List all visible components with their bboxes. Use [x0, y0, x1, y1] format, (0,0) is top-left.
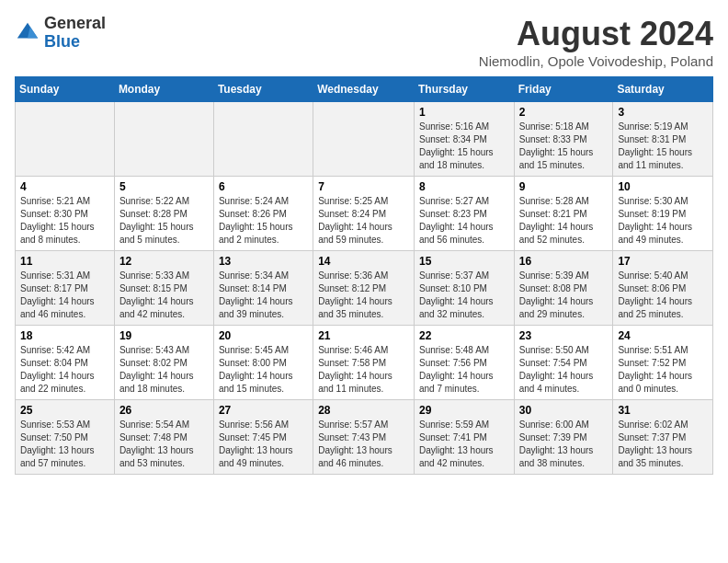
- day-number: 1: [419, 106, 509, 119]
- day-cell: 16Sunrise: 5:39 AM Sunset: 8:08 PM Dayli…: [514, 251, 613, 326]
- day-cell: 6Sunrise: 5:24 AM Sunset: 8:26 PM Daylig…: [213, 177, 313, 251]
- day-number: 16: [519, 255, 609, 268]
- week-row: 11Sunrise: 5:31 AM Sunset: 8:17 PM Dayli…: [16, 251, 713, 326]
- day-info: Sunrise: 5:21 AM Sunset: 8:30 PM Dayligh…: [20, 195, 109, 247]
- day-info: Sunrise: 5:28 AM Sunset: 8:21 PM Dayligh…: [519, 195, 609, 247]
- day-number: 8: [419, 180, 509, 193]
- day-cell: [16, 102, 115, 177]
- col-header-monday: Monday: [114, 77, 213, 102]
- day-cell: 14Sunrise: 5:36 AM Sunset: 8:12 PM Dayli…: [313, 251, 415, 326]
- day-cell: 19Sunrise: 5:43 AM Sunset: 8:02 PM Dayli…: [114, 326, 213, 400]
- logo: General Blue: [15, 15, 106, 52]
- day-number: 9: [519, 180, 609, 193]
- day-info: Sunrise: 5:42 AM Sunset: 8:04 PM Dayligh…: [20, 344, 109, 396]
- day-cell: 3Sunrise: 5:19 AM Sunset: 8:31 PM Daylig…: [613, 102, 713, 177]
- day-cell: 29Sunrise: 5:59 AM Sunset: 7:41 PM Dayli…: [414, 400, 514, 475]
- day-number: 15: [419, 255, 509, 268]
- day-number: 7: [318, 180, 409, 193]
- day-number: 17: [618, 255, 708, 268]
- day-info: Sunrise: 5:34 AM Sunset: 8:14 PM Dayligh…: [219, 270, 308, 321]
- col-header-wednesday: Wednesday: [313, 77, 415, 102]
- day-number: 11: [20, 255, 109, 268]
- day-info: Sunrise: 5:51 AM Sunset: 7:52 PM Dayligh…: [618, 344, 708, 396]
- day-info: Sunrise: 5:46 AM Sunset: 7:58 PM Dayligh…: [318, 344, 409, 396]
- title-area: August 2024 Niemodlin, Opole Voivodeship…: [479, 15, 713, 69]
- day-number: 21: [318, 329, 409, 342]
- day-cell: 30Sunrise: 6:00 AM Sunset: 7:39 PM Dayli…: [514, 400, 613, 475]
- day-number: 10: [618, 180, 708, 193]
- day-cell: 22Sunrise: 5:48 AM Sunset: 7:56 PM Dayli…: [414, 326, 514, 400]
- day-cell: 24Sunrise: 5:51 AM Sunset: 7:52 PM Dayli…: [613, 326, 713, 400]
- day-info: Sunrise: 5:37 AM Sunset: 8:10 PM Dayligh…: [419, 270, 509, 321]
- day-info: Sunrise: 5:19 AM Sunset: 8:31 PM Dayligh…: [618, 121, 708, 172]
- day-number: 3: [618, 106, 708, 119]
- day-number: 4: [20, 180, 109, 193]
- week-row: 25Sunrise: 5:53 AM Sunset: 7:50 PM Dayli…: [16, 400, 713, 475]
- day-number: 31: [618, 404, 708, 417]
- week-row: 1Sunrise: 5:16 AM Sunset: 8:34 PM Daylig…: [16, 102, 713, 177]
- day-info: Sunrise: 5:18 AM Sunset: 8:33 PM Dayligh…: [519, 121, 609, 172]
- logo-text: General Blue: [44, 15, 106, 52]
- day-info: Sunrise: 5:53 AM Sunset: 7:50 PM Dayligh…: [20, 419, 109, 470]
- day-number: 30: [519, 404, 609, 417]
- day-cell: 31Sunrise: 6:02 AM Sunset: 7:37 PM Dayli…: [613, 400, 713, 475]
- day-info: Sunrise: 6:00 AM Sunset: 7:39 PM Dayligh…: [519, 419, 609, 470]
- day-info: Sunrise: 5:33 AM Sunset: 8:15 PM Dayligh…: [119, 270, 209, 321]
- day-cell: 21Sunrise: 5:46 AM Sunset: 7:58 PM Dayli…: [313, 326, 415, 400]
- day-number: 14: [318, 255, 409, 268]
- day-number: 12: [119, 255, 209, 268]
- week-row: 18Sunrise: 5:42 AM Sunset: 8:04 PM Dayli…: [16, 326, 713, 400]
- day-cell: 25Sunrise: 5:53 AM Sunset: 7:50 PM Dayli…: [16, 400, 115, 475]
- day-number: 22: [419, 329, 509, 342]
- logo-blue: Blue: [44, 33, 106, 52]
- day-cell: [114, 102, 213, 177]
- day-cell: [213, 102, 313, 177]
- day-cell: 27Sunrise: 5:56 AM Sunset: 7:45 PM Dayli…: [213, 400, 313, 475]
- day-number: 24: [618, 329, 708, 342]
- day-number: 29: [419, 404, 509, 417]
- day-info: Sunrise: 5:56 AM Sunset: 7:45 PM Dayligh…: [219, 419, 308, 470]
- day-info: Sunrise: 5:54 AM Sunset: 7:48 PM Dayligh…: [119, 419, 209, 470]
- calendar-table: SundayMondayTuesdayWednesdayThursdayFrid…: [15, 76, 713, 475]
- day-cell: 10Sunrise: 5:30 AM Sunset: 8:19 PM Dayli…: [613, 177, 713, 251]
- col-header-saturday: Saturday: [613, 77, 713, 102]
- day-number: 20: [219, 329, 308, 342]
- day-info: Sunrise: 5:25 AM Sunset: 8:24 PM Dayligh…: [318, 195, 409, 247]
- day-cell: 1Sunrise: 5:16 AM Sunset: 8:34 PM Daylig…: [414, 102, 514, 177]
- day-cell: 5Sunrise: 5:22 AM Sunset: 8:28 PM Daylig…: [114, 177, 213, 251]
- day-info: Sunrise: 5:22 AM Sunset: 8:28 PM Dayligh…: [119, 195, 209, 247]
- day-number: 2: [519, 106, 609, 119]
- day-number: 18: [20, 329, 109, 342]
- location: Niemodlin, Opole Voivodeship, Poland: [479, 53, 713, 69]
- day-cell: 26Sunrise: 5:54 AM Sunset: 7:48 PM Dayli…: [114, 400, 213, 475]
- day-cell: 20Sunrise: 5:45 AM Sunset: 8:00 PM Dayli…: [213, 326, 313, 400]
- day-number: 6: [219, 180, 308, 193]
- day-number: 23: [519, 329, 609, 342]
- day-number: 13: [219, 255, 308, 268]
- day-number: 26: [119, 404, 209, 417]
- col-header-tuesday: Tuesday: [213, 77, 313, 102]
- day-info: Sunrise: 5:40 AM Sunset: 8:06 PM Dayligh…: [618, 270, 708, 321]
- day-info: Sunrise: 5:31 AM Sunset: 8:17 PM Dayligh…: [20, 270, 109, 321]
- day-info: Sunrise: 5:30 AM Sunset: 8:19 PM Dayligh…: [618, 195, 708, 247]
- day-number: 28: [318, 404, 409, 417]
- day-cell: [313, 102, 415, 177]
- day-cell: 15Sunrise: 5:37 AM Sunset: 8:10 PM Dayli…: [414, 251, 514, 326]
- logo-general: General: [44, 15, 106, 33]
- day-cell: 18Sunrise: 5:42 AM Sunset: 8:04 PM Dayli…: [16, 326, 115, 400]
- day-info: Sunrise: 5:45 AM Sunset: 8:00 PM Dayligh…: [219, 344, 308, 396]
- week-row: 4Sunrise: 5:21 AM Sunset: 8:30 PM Daylig…: [16, 177, 713, 251]
- day-cell: 7Sunrise: 5:25 AM Sunset: 8:24 PM Daylig…: [313, 177, 415, 251]
- day-cell: 28Sunrise: 5:57 AM Sunset: 7:43 PM Dayli…: [313, 400, 415, 475]
- day-cell: 8Sunrise: 5:27 AM Sunset: 8:23 PM Daylig…: [414, 177, 514, 251]
- day-info: Sunrise: 6:02 AM Sunset: 7:37 PM Dayligh…: [618, 419, 708, 470]
- day-info: Sunrise: 5:50 AM Sunset: 7:54 PM Dayligh…: [519, 344, 609, 396]
- col-header-sunday: Sunday: [16, 77, 115, 102]
- day-cell: 17Sunrise: 5:40 AM Sunset: 8:06 PM Dayli…: [613, 251, 713, 326]
- day-info: Sunrise: 5:16 AM Sunset: 8:34 PM Dayligh…: [419, 121, 509, 172]
- page-header: General Blue August 2024 Niemodlin, Opol…: [15, 15, 713, 69]
- day-cell: 9Sunrise: 5:28 AM Sunset: 8:21 PM Daylig…: [514, 177, 613, 251]
- day-info: Sunrise: 5:36 AM Sunset: 8:12 PM Dayligh…: [318, 270, 409, 321]
- col-header-friday: Friday: [514, 77, 613, 102]
- day-info: Sunrise: 5:39 AM Sunset: 8:08 PM Dayligh…: [519, 270, 609, 321]
